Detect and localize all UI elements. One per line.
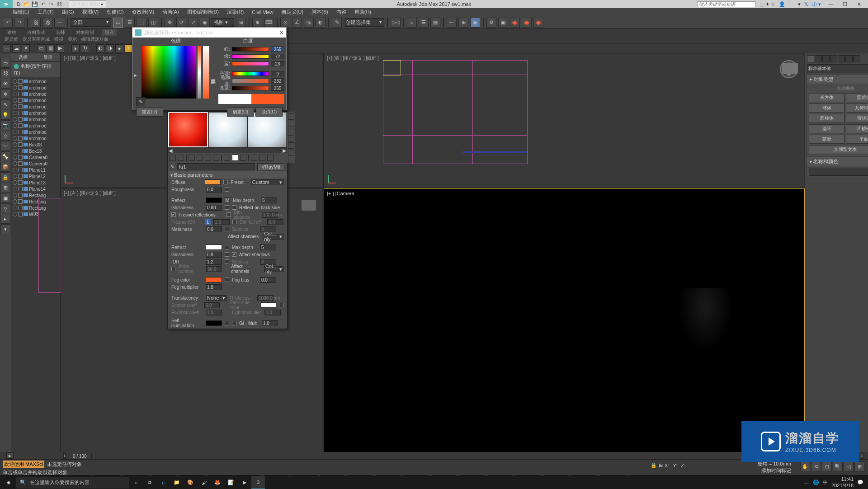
menu-help[interactable]: 帮助(H) (354, 9, 371, 15)
extra-tab-icon[interactable] (853, 55, 860, 62)
render-cloud-button[interactable]: 🫖 (522, 18, 532, 28)
selection-filter-combo[interactable]: 全部▾ (71, 18, 111, 27)
explorer-tab-select[interactable]: 选择 (11, 53, 36, 61)
time-slider-track[interactable]: ▸ ‹ 0 / 100 › (0, 452, 868, 459)
expand-tool-icon[interactable]: ▸ (0, 214, 10, 224)
orbit-button[interactable]: ⟲ (811, 461, 821, 471)
subscription-icon[interactable]: ⬚ ✦ ☆ (760, 1, 775, 7)
put-material-icon[interactable] (178, 155, 184, 161)
new-color-swatch[interactable] (251, 94, 284, 104)
menu-animation[interactable]: 动画(A) (162, 9, 179, 15)
save-icon[interactable]: 💾 (32, 1, 38, 7)
slider-end[interactable]: › (861, 452, 863, 459)
exchange-icon[interactable]: 𝕏 (804, 1, 808, 7)
visibility-icon[interactable] (13, 212, 17, 216)
channel-slider[interactable] (232, 79, 269, 83)
refract-gloss-spinner[interactable]: 0.8 (206, 252, 222, 258)
trans-combo[interactable]: None▾ (206, 295, 226, 301)
scale-button[interactable]: ⤢ (188, 18, 198, 28)
reflect-swatch[interactable] (206, 197, 222, 203)
sub-editselected[interactable]: 编辑选定对象 (81, 36, 108, 43)
slider-start[interactable]: ‹ (63, 452, 66, 459)
display-tab-icon[interactable] (838, 55, 845, 62)
visibility-icon[interactable] (13, 98, 17, 103)
reflect-map-slot[interactable]: M (225, 197, 230, 203)
lock-ior-button[interactable]: L (205, 219, 211, 225)
cloud-icon[interactable]: ☁ (12, 44, 20, 52)
steering-wheel-icon[interactable] (782, 63, 798, 74)
color-picker-window[interactable]: 颜色选择器: refraction_fogColor ✕ 色调 白度 ▸ 黑度 … (132, 27, 287, 110)
visibility-icon[interactable] (13, 85, 17, 90)
app-icon[interactable]: 🖌 (197, 476, 211, 489)
channel-value-input[interactable]: 9 (271, 71, 284, 76)
manipulate-button[interactable]: ⊕ (252, 18, 262, 28)
freeze-icon[interactable] (18, 149, 23, 153)
freeze-icon[interactable] (18, 92, 23, 96)
fogmult-spinner[interactable]: 1.0 (206, 284, 222, 290)
place-button[interactable]: ◉ (200, 18, 210, 28)
roughness-map-slot[interactable] (225, 187, 229, 192)
channel-value-input[interactable]: 23 (271, 61, 284, 66)
taskview-icon[interactable]: ⧉ (143, 476, 156, 489)
freeze-icon[interactable] (18, 155, 23, 160)
utilities-tab-icon[interactable] (845, 55, 853, 62)
layer-button[interactable]: ☰ (419, 18, 429, 28)
new-icon[interactable]: 🗋 (15, 1, 22, 7)
cone-button[interactable]: 圆锥体 (846, 93, 868, 102)
tab-populate[interactable]: 填充 (102, 29, 117, 36)
notifications-icon[interactable]: 💬 (857, 480, 863, 485)
visibility-icon[interactable] (13, 123, 17, 128)
ok-button[interactable]: 确定(O) (227, 108, 254, 117)
visibility-icon[interactable] (13, 111, 17, 115)
get-material-icon[interactable] (170, 155, 176, 161)
start-button[interactable]: ⊞ (0, 476, 16, 489)
viewport-left-label[interactable]: [+] [左 ] [用户定义 ] [线框 ] (64, 190, 116, 197)
menu-group[interactable]: 组(G) (62, 9, 74, 15)
simult-spinner[interactable]: 1.0 (262, 320, 278, 326)
freeze-icon[interactable] (18, 130, 23, 134)
tab-modeling[interactable]: 建模 (5, 29, 19, 36)
video-color-icon[interactable] (288, 142, 294, 149)
spinner-snap-button[interactable]: ◐ (316, 18, 326, 28)
snap-toggle-3[interactable]: 3 (280, 18, 290, 28)
play-icon[interactable]: ▶ (56, 44, 64, 52)
link-button[interactable]: ⛓ (31, 18, 41, 28)
menu-customize[interactable]: 自定义(U) (282, 9, 303, 15)
freeze-icon[interactable] (18, 168, 23, 172)
channel-slider[interactable] (232, 47, 269, 52)
unlink-button[interactable]: ⛓̸ (42, 18, 52, 28)
affect-shadows-checkbox[interactable]: ✔ (232, 252, 236, 257)
diffuse-map-slot[interactable] (223, 180, 228, 184)
channel-value-input[interactable]: 72 (271, 54, 284, 59)
visibility-icon[interactable] (13, 79, 17, 84)
login-label[interactable]: 👤 登录 ▾ (779, 1, 801, 8)
display-mid-icon[interactable]: ◑ (106, 44, 114, 52)
visibility-icon[interactable] (13, 130, 17, 134)
edit-named-sel-button[interactable]: ✎ (332, 18, 342, 28)
motion-tab-icon[interactable] (830, 55, 837, 62)
gi-checkbox[interactable] (232, 321, 236, 325)
material-scrollbar[interactable]: ◀▶ (168, 148, 287, 153)
abbe-checkbox[interactable] (171, 267, 175, 271)
explorer-icon[interactable]: 📁 (170, 476, 184, 489)
refract-map-slot[interactable] (225, 245, 229, 249)
idle-area-icon[interactable]: ▭ (37, 44, 45, 52)
material-editor-window[interactable]: ◀▶ ✎ VRayMtl ▾ Basic parameters Diffuse … (167, 111, 288, 329)
sim-run-icon[interactable]: ⏵ (71, 44, 80, 52)
visibility-icon[interactable] (13, 136, 17, 141)
old-color-swatch[interactable] (218, 94, 251, 104)
scene-item[interactable]: archmod (11, 129, 60, 135)
backside-checkbox[interactable] (232, 205, 236, 210)
visibility-icon[interactable] (13, 193, 17, 197)
max-viewport-button[interactable]: ⊞ (854, 461, 864, 471)
ref-coord-combo[interactable]: 视图 ▾ (212, 18, 234, 27)
select-object-button[interactable]: ▭ (113, 18, 123, 28)
object-name-input[interactable] (809, 168, 868, 176)
pivot-center-button[interactable]: ⊞ (236, 18, 246, 28)
display-low-icon[interactable]: ◐ (96, 44, 104, 52)
light-tool-icon[interactable]: 💡 (0, 110, 10, 120)
freeze-icon[interactable] (18, 79, 23, 84)
whiteness-slider[interactable] (203, 46, 209, 99)
taskbar-clock[interactable]: 11:41 2021/4/18 (831, 476, 854, 488)
freeze-icon[interactable] (18, 187, 23, 191)
